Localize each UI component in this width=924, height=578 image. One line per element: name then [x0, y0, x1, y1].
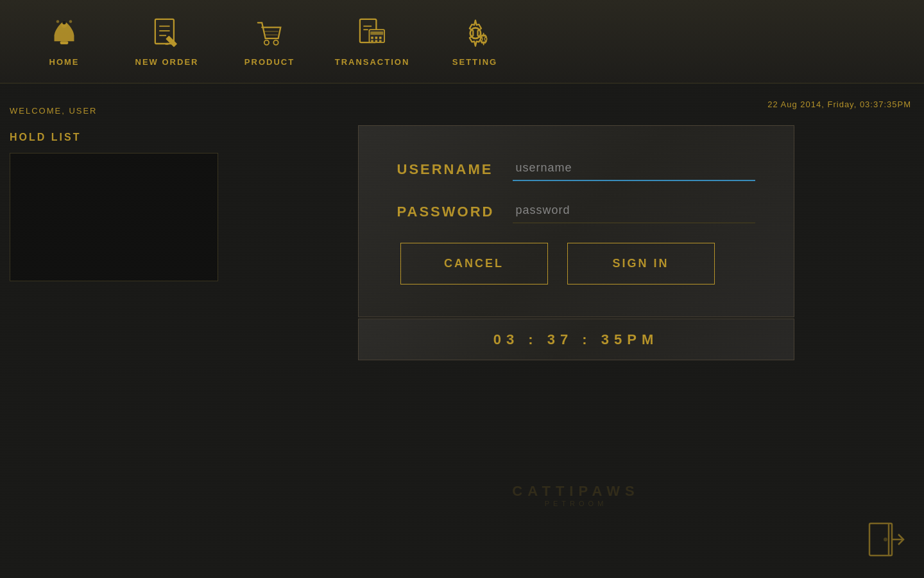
left-sidebar: WELCOME, USER HOLD LIST	[0, 83, 228, 578]
nav-setting[interactable]: SETTING	[424, 0, 526, 83]
brand-sub: PETROOM	[512, 500, 639, 507]
username-label: USERNAME	[397, 161, 513, 178]
svg-rect-20	[379, 37, 382, 39]
password-input[interactable]	[513, 200, 755, 223]
svg-point-3	[56, 20, 60, 23]
svg-rect-23	[379, 40, 382, 42]
login-dialog-container: USERNAME PASSWORD CANCEL SIGN IN 03 : 37…	[358, 125, 794, 360]
nav-home[interactable]: HOME	[13, 0, 116, 83]
svg-point-11	[264, 40, 269, 45]
hold-list-box	[10, 153, 218, 281]
nav-home-label: HOME	[49, 57, 80, 67]
hold-list-label: HOLD LIST	[0, 125, 228, 153]
svg-rect-21	[371, 40, 373, 42]
signin-button[interactable]: SIGN IN	[567, 243, 715, 285]
navigation-bar: HOME NEW ORDER	[0, 0, 924, 83]
transaction-icon	[355, 17, 390, 52]
svg-point-31	[884, 538, 887, 541]
button-row: CANCEL SIGN IN	[397, 243, 755, 285]
right-content: 22 Aug 2014, Friday, 03:37:35PM USERNAME…	[228, 83, 924, 578]
username-row: USERNAME	[397, 158, 755, 181]
nav-product-label: PRODUCT	[244, 57, 295, 67]
nav-new-order-label: NEW ORDER	[135, 57, 199, 67]
username-input[interactable]	[513, 158, 755, 181]
cancel-button[interactable]: CANCEL	[400, 243, 548, 285]
login-dialog: USERNAME PASSWORD CANCEL SIGN IN	[358, 125, 794, 317]
clock-bar: 03 : 37 : 35PM	[358, 319, 794, 360]
new-order-icon	[150, 17, 185, 52]
nav-transaction[interactable]: TRANSACTION	[321, 0, 424, 83]
svg-rect-19	[375, 37, 378, 39]
svg-point-4	[69, 20, 73, 23]
nav-transaction-label: TRANSACTION	[335, 57, 410, 67]
brand-name: CATTIPAWS	[512, 483, 639, 500]
svg-rect-1	[60, 41, 69, 44]
setting-icon	[458, 17, 493, 52]
nav-new-order[interactable]: NEW ORDER	[116, 0, 218, 83]
svg-rect-17	[370, 31, 383, 35]
svg-rect-22	[375, 40, 378, 42]
clock-display: 03 : 37 : 35PM	[493, 331, 659, 348]
main-area: WELCOME, USER HOLD LIST 22 Aug 2014, Fri…	[0, 83, 924, 578]
svg-rect-9	[166, 35, 177, 47]
svg-rect-18	[371, 37, 373, 39]
datetime-text: 22 Aug 2014, Friday, 03:37:35PM	[767, 100, 911, 109]
svg-point-12	[273, 40, 278, 45]
product-icon	[252, 17, 287, 52]
exit-button[interactable]	[866, 520, 905, 559]
nav-setting-label: SETTING	[452, 57, 497, 67]
password-label: PASSWORD	[397, 204, 513, 220]
nav-product[interactable]: PRODUCT	[218, 0, 321, 83]
svg-point-2	[62, 21, 65, 24]
home-icon	[47, 17, 82, 52]
password-row: PASSWORD	[397, 200, 755, 223]
brand-watermark: CATTIPAWS PETROOM	[512, 483, 639, 507]
welcome-text: WELCOME, USER	[10, 106, 98, 116]
